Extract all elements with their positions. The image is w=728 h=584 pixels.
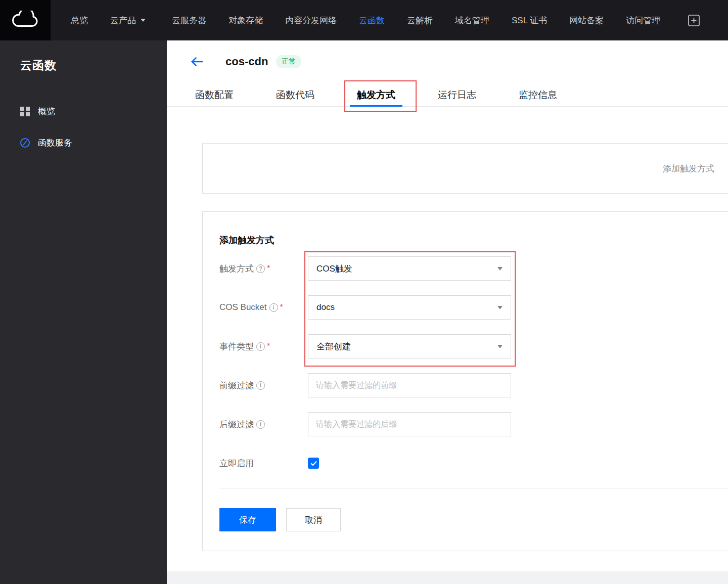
info-icon[interactable]: i: [256, 381, 265, 390]
info-icon[interactable]: i: [269, 303, 278, 312]
cos-bucket-value: docs: [316, 302, 335, 312]
field-label: 触发方式 ? *: [219, 263, 308, 275]
required-mark: *: [267, 342, 270, 351]
field-label-text: 事件类型: [219, 341, 254, 352]
overview-grid-icon: [19, 107, 30, 116]
nav-item-cos[interactable]: 对象存储: [229, 15, 263, 26]
enable-now-checkbox[interactable]: [308, 458, 319, 469]
trigger-type-value: COS触发: [316, 263, 352, 275]
sidebar-menu: 概览 函数服务: [0, 96, 167, 158]
tab-bar: 函数配置 函数代码 触发方式 运行日志 监控信息: [167, 83, 728, 107]
main-content: cos-cdn 正常 函数配置 函数代码 触发方式 运行日志 监控信息 添加触发…: [167, 40, 728, 584]
nav-item-overview-top[interactable]: 总览: [71, 15, 88, 26]
form-actions: 保存 取消: [219, 508, 728, 531]
brand-logo[interactable]: [0, 0, 51, 40]
sidebar: 云函数 概览: [0, 40, 167, 584]
sidebar-item-label: 概览: [38, 106, 55, 117]
tab-trigger-method[interactable]: 触发方式: [350, 83, 402, 106]
nav-item-cdn[interactable]: 内容分发网络: [285, 15, 337, 26]
status-badge: 正常: [276, 55, 301, 68]
trigger-list-bar: 添加触发方式: [202, 143, 728, 194]
event-type-value: 全部创建: [316, 341, 351, 352]
cos-bucket-select[interactable]: docs: [308, 295, 511, 320]
field-label-text: 触发方式: [219, 263, 254, 275]
back-arrow-button[interactable]: [190, 57, 203, 67]
save-button[interactable]: 保存: [219, 508, 276, 531]
form-row-suffix-filter: 后缀过滤 i: [219, 412, 728, 436]
nav-item-scf[interactable]: 云函数: [359, 15, 385, 26]
field-label-text: 后缀过滤: [219, 419, 254, 430]
required-mark: *: [267, 264, 270, 273]
cancel-button[interactable]: 取消: [286, 508, 341, 531]
sidebar-item-function-service[interactable]: 函数服务: [0, 127, 167, 158]
form-row-enable-now: 立即启用: [219, 451, 728, 475]
nav-item-icp[interactable]: 网站备案: [569, 15, 604, 26]
prefix-filter-input[interactable]: [308, 373, 511, 397]
chevron-down-icon: [497, 345, 503, 348]
field-label: 立即启用: [219, 458, 308, 469]
form-row-trigger-type: 触发方式 ? * COS触发: [219, 256, 728, 281]
cloud-logo-icon: [12, 11, 39, 30]
tab-run-logs[interactable]: 运行日志: [431, 83, 483, 106]
nav-item-cloud-products[interactable]: 云产品: [110, 15, 146, 26]
add-trigger-form: 添加触发方式 触发方式 ? * COS触发 COS Bucket i *: [202, 211, 728, 551]
sidebar-item-label: 函数服务: [38, 137, 72, 149]
help-icon[interactable]: ?: [256, 264, 265, 273]
page: 总览 云产品 云服务器 对象存储 内容分发网络 云函数 云解析 域名管理 SSL…: [0, 0, 728, 584]
sidebar-item-overview[interactable]: 概览: [0, 96, 167, 127]
suffix-filter-input[interactable]: [308, 412, 511, 436]
nav-item-domain[interactable]: 域名管理: [455, 15, 489, 26]
event-type-select[interactable]: 全部创建: [308, 334, 511, 358]
page-header: cos-cdn 正常: [190, 52, 301, 72]
required-mark: *: [280, 303, 283, 312]
chevron-down-icon: [497, 306, 503, 309]
field-label: 事件类型 i *: [219, 341, 308, 352]
page-background-strip: [167, 571, 728, 584]
more-products-icon[interactable]: [688, 15, 700, 26]
form-row-prefix-filter: 前缀过滤 i: [219, 373, 728, 397]
trigger-type-select[interactable]: COS触发: [308, 256, 511, 281]
form-heading: 添加触发方式: [219, 234, 728, 246]
chevron-down-icon: [141, 19, 146, 22]
field-label: COS Bucket i *: [219, 302, 308, 312]
field-label: 前缀过滤 i: [219, 380, 308, 391]
field-label: 后缀过滤 i: [219, 419, 308, 430]
form-row-event-type: 事件类型 i * 全部创建: [219, 334, 728, 358]
checkmark-icon: [310, 461, 317, 466]
chevron-down-icon: [497, 267, 503, 271]
tab-monitoring[interactable]: 监控信息: [512, 83, 564, 106]
form-divider: [219, 488, 728, 488]
field-label-text: 前缀过滤: [219, 380, 254, 391]
field-label-text: COS Bucket: [219, 302, 267, 312]
field-label-text: 立即启用: [219, 458, 254, 469]
tab-function-code[interactable]: 函数代码: [269, 83, 322, 106]
sidebar-title: 云函数: [0, 40, 167, 73]
info-icon[interactable]: i: [256, 420, 265, 429]
nav-item-cam[interactable]: 访问管理: [626, 15, 660, 26]
nav-item-ssl[interactable]: SSL 证书: [512, 15, 547, 26]
nav-item-label: 云产品: [110, 15, 136, 26]
nav-item-dns[interactable]: 云解析: [407, 15, 433, 26]
form-row-cos-bucket: COS Bucket i * docs: [219, 295, 728, 320]
nav-item-cvm[interactable]: 云服务器: [172, 15, 206, 26]
add-trigger-button[interactable]: 添加触发方式: [663, 163, 714, 174]
tab-function-config[interactable]: 函数配置: [188, 83, 241, 106]
function-service-icon: [19, 138, 30, 148]
info-icon[interactable]: i: [256, 342, 265, 351]
function-title: cos-cdn: [225, 55, 268, 68]
top-nav: 总览 云产品 云服务器 对象存储 内容分发网络 云函数 云解析 域名管理 SSL…: [0, 0, 728, 40]
